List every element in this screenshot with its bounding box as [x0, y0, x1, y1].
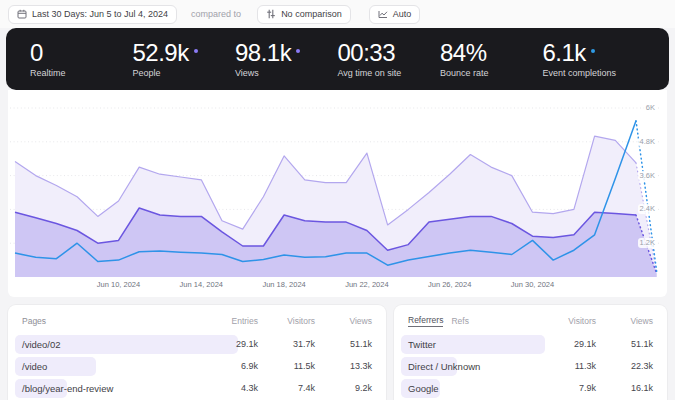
toolbar: Last 30 Days: Jun 5 to Jul 4, 2024 compa… [0, 0, 675, 28]
stat-value: 0 [30, 40, 43, 66]
row-visitors: 7.4k [258, 383, 315, 393]
comparison-label: No comparison [281, 9, 342, 19]
traffic-chart [8, 90, 667, 297]
series-color-dot [296, 49, 300, 53]
pages-table-header: Pages Entries Visitors Views [22, 315, 372, 327]
calendar-icon [17, 9, 27, 19]
table-row[interactable]: Google7.9k16.1k [408, 378, 653, 398]
x-axis-label: Jun 26, 2024 [428, 280, 471, 289]
x-axis-label: Jun 10, 2024 [97, 280, 140, 289]
x-axis-label: Jun 18, 2024 [262, 280, 305, 289]
pages-card: Pages Entries Visitors Views /video/0229… [8, 305, 386, 400]
column-views: Views [596, 316, 653, 326]
row-label: Google [408, 383, 539, 394]
date-range-label: Last 30 Days: Jun 5 to Jul 4, 2024 [32, 9, 168, 19]
y-tick-label: 6K [644, 103, 657, 113]
compared-to-label: compared to [191, 9, 241, 19]
stat-avg-time-on-site[interactable]: 00:33Avg time on site [338, 40, 441, 78]
column-visitors: Visitors [539, 316, 596, 326]
auto-scale-button[interactable]: Auto [369, 5, 421, 24]
table-row[interactable]: Direct / Unknown11.3k22.3k [408, 356, 653, 376]
series-color-dot [591, 49, 595, 53]
table-row[interactable]: /video6.9k11.5k13.3k [22, 356, 372, 376]
column-views: Views [315, 316, 372, 326]
column-visitors: Visitors [258, 316, 315, 326]
row-visitors: 11.5k [258, 361, 315, 371]
stat-label: Avg time on site [338, 68, 441, 78]
row-views: 51.1k [596, 339, 653, 349]
row-views: 51.1k [315, 339, 372, 349]
chart-icon [378, 9, 388, 19]
row-label: Twitter [408, 339, 539, 350]
date-range-button[interactable]: Last 30 Days: Jun 5 to Jul 4, 2024 [8, 5, 177, 24]
stat-value: 52.9k [133, 40, 189, 66]
stat-value: 00:33 [338, 40, 396, 66]
stat-label: Bounce rate [440, 68, 543, 78]
x-axis-label: Jun 14, 2024 [180, 280, 223, 289]
table-row[interactable]: /blog/year-end-review4.3k7.4k9.2k [22, 378, 372, 398]
y-tick-label: 4.8K [638, 137, 657, 147]
stat-bounce-rate[interactable]: 84%Bounce rate [440, 40, 543, 78]
row-visitors: 29.1k [539, 339, 596, 349]
row-entries: 29.1k [201, 339, 258, 349]
comparison-button[interactable]: No comparison [257, 5, 351, 24]
y-tick-label: 1.2K [638, 238, 657, 248]
stat-event-completions[interactable]: 6.1kEvent completions [543, 40, 646, 78]
stat-value: 84% [440, 40, 487, 66]
row-label: /video [22, 361, 201, 372]
tab-referrers[interactable]: Referrers [408, 315, 443, 327]
stat-views[interactable]: 98.1kViews [235, 40, 338, 78]
referrers-card: Referrers Refs Visitors Views Twitter29.… [394, 305, 667, 400]
tables-row: Pages Entries Visitors Views /video/0229… [8, 305, 667, 400]
row-views: 13.3k [315, 361, 372, 371]
x-axis-label: Jun 22, 2024 [345, 280, 388, 289]
y-tick-label: 3.6K [638, 171, 657, 181]
stat-label: Views [235, 68, 338, 78]
x-axis-label: Jun 30, 2024 [511, 280, 554, 289]
row-views: 22.3k [596, 361, 653, 371]
stat-value: 98.1k [235, 40, 291, 66]
traffic-chart-panel: 1.2K2.4K3.6K4.8K6K Jun 10, 2024Jun 14, 2… [8, 90, 667, 297]
stat-value: 6.1k [543, 40, 586, 66]
pages-title: Pages [22, 316, 46, 326]
stat-realtime[interactable]: 0Realtime [30, 40, 133, 78]
row-visitors: 7.9k [539, 383, 596, 393]
stat-people[interactable]: 52.9kPeople [133, 40, 236, 78]
row-views: 9.2k [315, 383, 372, 393]
sliders-icon [266, 9, 276, 19]
pages-rows: /video/0229.1k31.7k51.1k/video6.9k11.5k1… [22, 334, 372, 400]
stats-bar: 0Realtime52.9kPeople98.1kViews00:33Avg t… [6, 28, 669, 90]
stat-label: Realtime [30, 68, 133, 78]
referrers-table-header: Referrers Refs Visitors Views [408, 315, 653, 327]
tab-refs[interactable]: Refs [451, 316, 468, 326]
table-row[interactable]: /video/0229.1k31.7k51.1k [22, 334, 372, 354]
y-tick-label: 2.4K [638, 204, 657, 214]
stat-label: People [133, 68, 236, 78]
referrers-rows: Twitter29.1k51.1kDirect / Unknown11.3k22… [408, 334, 653, 400]
series-color-dot [194, 49, 198, 53]
row-label: Direct / Unknown [408, 361, 539, 372]
row-entries: 6.9k [201, 361, 258, 371]
row-label: /blog/year-end-review [22, 383, 201, 394]
row-visitors: 31.7k [258, 339, 315, 349]
row-views: 16.1k [596, 383, 653, 393]
auto-label: Auto [393, 9, 412, 19]
row-label: /video/02 [22, 339, 201, 350]
column-entries: Entries [201, 316, 258, 326]
row-entries: 4.3k [201, 383, 258, 393]
stat-label: Event completions [543, 68, 646, 78]
row-visitors: 11.3k [539, 361, 596, 371]
table-row[interactable]: Twitter29.1k51.1k [408, 334, 653, 354]
